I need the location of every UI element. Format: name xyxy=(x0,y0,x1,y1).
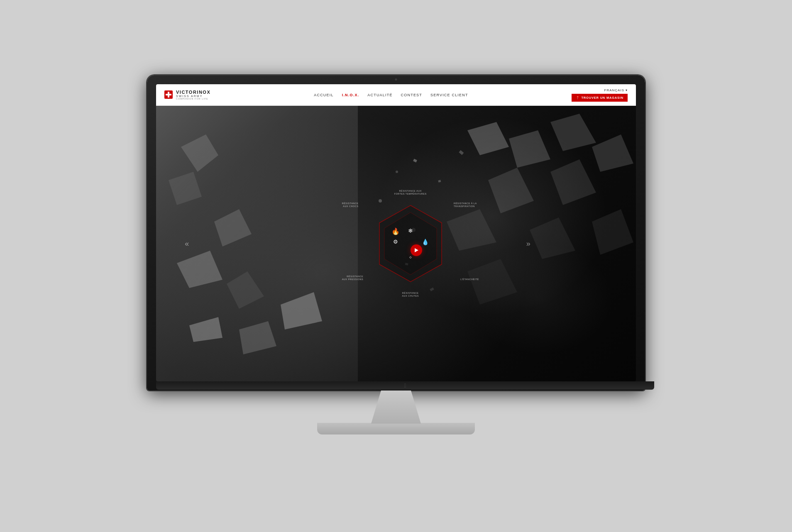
nav-inox[interactable]: I.N.O.X. xyxy=(342,93,359,97)
monitor-body: VICTORINOX SWISS ARMY COMPANION FOR LIFE… xyxy=(147,75,645,390)
hex-label-bottom-right: L'ÉTANCHÉITÉ xyxy=(460,278,479,281)
pressure-icon: ⬦ xyxy=(409,254,412,260)
hex-label-bottom-left: RÉSISTANCE AUX PRESSIONS xyxy=(342,275,363,281)
monitor-wrapper: VICTORINOX SWISS ARMY COMPANION FOR LIFE… xyxy=(126,75,666,457)
location-pin-icon: 📍 xyxy=(576,96,580,100)
header: VICTORINOX SWISS ARMY COMPANION FOR LIFE… xyxy=(156,84,636,106)
water-drop-icon: 💧 xyxy=(422,239,429,245)
gear-icon: ⚙ xyxy=(393,239,398,245)
brand-tagline: COMPANION FOR LIFE xyxy=(176,98,210,100)
apple-logo-icon:  xyxy=(404,382,406,389)
screen-inner: VICTORINOX SWISS ARMY COMPANION FOR LIFE… xyxy=(156,84,636,381)
hex-label-top-right: RÉSISTANCE À LA TRANSPIRATION xyxy=(454,202,477,208)
nav-contest[interactable]: CONTEST xyxy=(401,93,422,97)
fire-icon: 🔥 xyxy=(391,227,400,235)
lang-chevron-icon: ▾ xyxy=(626,88,628,92)
brand-name: VICTORINOX xyxy=(176,90,210,95)
header-right: FRANÇAIS ▾ 📍 TROUVER UN MAGASIN xyxy=(572,88,628,102)
nav-next-icon: » xyxy=(526,239,530,248)
hex-icon-spacer3 xyxy=(420,254,426,260)
nav-actualite[interactable]: ACTUALITÉ xyxy=(367,93,392,97)
nav-prev-button[interactable]: « xyxy=(185,239,189,248)
header-nav: ACCUEIL I.N.O.X. ACTUALITÉ CONTEST SERVI… xyxy=(314,93,468,97)
monitor-stand-base xyxy=(317,423,475,434)
play-button[interactable] xyxy=(411,244,422,256)
nav-prev-icon: « xyxy=(185,239,189,248)
snowflake-icon: ❄ xyxy=(408,227,413,234)
hex-icon-spacer xyxy=(420,227,426,235)
nav-accueil[interactable]: ACCUEIL xyxy=(314,93,333,97)
hex-label-bottom: RÉSISTANCE AUX CHUTES xyxy=(402,292,418,298)
swiss-cross-icon xyxy=(164,90,173,99)
logo-text: VICTORINOX SWISS ARMY COMPANION FOR LIFE xyxy=(176,90,210,100)
lang-label: FRANÇAIS xyxy=(604,88,624,92)
svg-rect-2 xyxy=(166,94,171,95)
monitor-chin:  xyxy=(156,381,654,390)
lang-selector[interactable]: FRANÇAIS ▾ xyxy=(604,88,628,92)
brand-line2: SWISS ARMY xyxy=(176,95,210,98)
hex-label-top: RÉSISTANCE AUX FORTES TEMPÉRATURES xyxy=(394,190,427,195)
monitor-stand-neck xyxy=(371,390,421,424)
hex-icon-gear[interactable]: ⚙ xyxy=(390,239,401,250)
header-left: VICTORINOX SWISS ARMY COMPANION FOR LIFE xyxy=(164,90,210,100)
monitor-screen: VICTORINOX SWISS ARMY COMPANION FOR LIFE… xyxy=(156,84,636,381)
find-store-label: TROUVER UN MAGASIN xyxy=(581,96,623,100)
nav-next-button[interactable]: » xyxy=(526,239,530,248)
play-icon xyxy=(415,248,418,252)
hex-icon-fire[interactable]: 🔥 xyxy=(390,227,401,235)
hex-label-top-left: RÉSISTANCE AUX CHOCS xyxy=(342,202,359,208)
hex-icons-container: 🔥 ❄ ⚙ xyxy=(384,222,437,266)
camera-dot xyxy=(395,78,397,81)
find-store-button[interactable]: 📍 TROUVER UN MAGASIN xyxy=(572,94,628,102)
main-content: « » xyxy=(156,106,636,381)
nav-service[interactable]: SERVICE CLIENT xyxy=(430,93,468,97)
hex-icon-snowflake[interactable]: ❄ xyxy=(405,227,416,235)
hex-icon-spacer2 xyxy=(390,254,396,260)
hex-widget: RÉSISTANCE AUX FORTES TEMPÉRATURES RÉSIS… xyxy=(369,202,452,285)
